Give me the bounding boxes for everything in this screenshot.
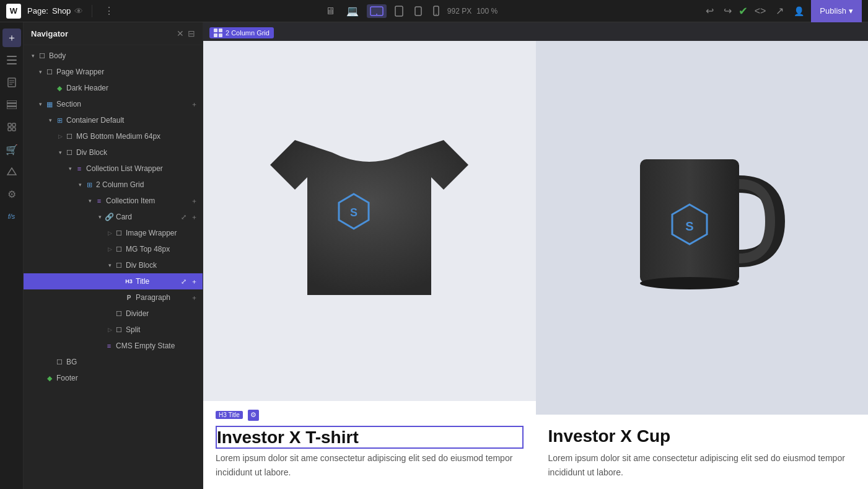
tree-item-div-block-2[interactable]: ▾ ☐ Div Block [24, 257, 203, 273]
tree-item-div-block[interactable]: ▾ ☐ Div Block [24, 144, 203, 161]
tree-item-mg-top[interactable]: ▷ ☐ MG Top 48px [24, 241, 203, 257]
code-btn[interactable]: <> [752, 4, 769, 18]
tree-item-page-wrapper[interactable]: ▾ ☐ Page Wrapper [24, 64, 203, 80]
mobile-btn[interactable] [430, 4, 442, 18]
eye-icon[interactable]: 👁 [74, 6, 83, 16]
desktop-lg-btn[interactable]: 🖥 [322, 4, 338, 19]
add-element-btn[interactable]: ＋ [2, 29, 21, 47]
publish-status-btn[interactable]: ✔ [739, 4, 748, 18]
navigator-btn[interactable] [2, 51, 21, 69]
tree-icon-paragraph: P [124, 294, 134, 301]
product-2-title: Investor X Cup [548, 426, 856, 447]
gear-badge[interactable]: ⚙ [248, 410, 259, 421]
tree-item-body[interactable]: ▾ ☐ Body [24, 48, 203, 64]
tree-item-bg[interactable]: ☐ BG [24, 354, 203, 370]
pages-btn[interactable] [2, 73, 21, 92]
canvas-dimensions: 992 PX 100 % [447, 7, 498, 15]
h3-badge: H3 Title [216, 411, 243, 419]
publish-btn[interactable]: Publish ▾ [811, 0, 862, 22]
paragraph-add-btn[interactable]: ＋ [190, 293, 199, 302]
tree-icon-div-block-2: ☐ [114, 262, 124, 270]
navigator-close-btn[interactable]: ✕ [177, 29, 184, 38]
tree-icon-mg-top: ☐ [114, 245, 124, 253]
tree-arrow-image-wrapper: ▷ [105, 230, 114, 236]
product-card-1-info: H3 Title ⚙ Investor X T-shirt Lorem ipsu… [203, 401, 536, 489]
tree-actions-h3-title: ⤢ ＋ [180, 277, 199, 286]
tree-icon-footer: ◆ [45, 374, 55, 382]
undo-btn[interactable]: ↩ [703, 4, 717, 18]
product-card-1-image: S [203, 41, 536, 401]
h3-title-add-btn[interactable]: ＋ [190, 277, 199, 286]
tree-arrow-container-default: ▾ [46, 117, 55, 123]
tree-icon-bg: ☐ [55, 358, 64, 366]
tree-item-paragraph[interactable]: P Paragraph ＋ [24, 289, 203, 306]
svg-rect-3 [415, 7, 421, 15]
tree-item-cms-empty-state[interactable]: ≡ CMS Empty State [24, 338, 203, 354]
tree-icon-mg-bottom: ☐ [64, 133, 74, 141]
tree-item-dark-header[interactable]: ◆ Dark Header [24, 80, 203, 96]
tablet-btn[interactable] [392, 4, 406, 19]
svg-rect-16 [8, 123, 11, 126]
tree-item-divider[interactable]: ☐ Divider [24, 306, 203, 322]
card-add-btn[interactable]: ＋ [190, 213, 199, 222]
components-btn[interactable] [2, 162, 21, 181]
tree-arrow-card: ▾ [95, 214, 104, 220]
svg-text:S: S [350, 206, 357, 219]
redo-btn[interactable]: ↪ [721, 4, 735, 18]
tree-item-image-wrapper[interactable]: ▷ ☐ Image Wrapper [24, 225, 203, 241]
tree-label-div-block: Div Block [76, 148, 199, 157]
svg-point-27 [640, 277, 739, 289]
tree-label-bg: BG [66, 358, 199, 366]
settings-btn[interactable]: ⚙ [2, 185, 21, 203]
mug-svg: S [603, 134, 801, 320]
tree-item-card[interactable]: ▾ 🔗 Card ⤢ ＋ [24, 209, 203, 225]
tree-icon-container-default: ⊞ [55, 117, 64, 125]
tree-arrow-body: ▾ [28, 53, 37, 59]
product-card-2-info: Investor X Cup Lorem ipsum dolor sit ame… [536, 415, 869, 489]
svg-rect-23 [219, 33, 222, 37]
tree-item-container-default[interactable]: ▾ ⊞ Container Default [24, 112, 203, 128]
account-btn[interactable]: 👤 [791, 5, 807, 17]
ecommerce-btn[interactable]: 🛒 [2, 140, 21, 159]
tree-item-split[interactable]: ▷ ☐ Split [24, 322, 203, 338]
tree-item-footer[interactable]: ◆ Footer [24, 370, 203, 386]
tree-icon-card: 🔗 [104, 213, 114, 221]
svg-rect-8 [7, 63, 17, 64]
svg-rect-18 [8, 128, 11, 131]
cms-btn[interactable] [2, 95, 21, 114]
section-add-btn[interactable]: ＋ [190, 100, 199, 109]
tree-icon-divider: ☐ [114, 310, 124, 318]
navigator-panel: Navigator ✕ ⊟ ▾ ☐ Body ▾ ☐ Page Wrapper [24, 22, 203, 489]
device-toolbar: 🖥 💻 992 PX 100 % [123, 3, 696, 19]
product-card-2-image: S [536, 41, 869, 415]
product-1-description: Lorem ipsum dolor sit ame consectetur ad… [216, 451, 524, 479]
product-1-title-row: H3 Title ⚙ [216, 410, 524, 421]
tablet-landscape-btn[interactable] [367, 4, 387, 18]
tree-item-collection-item[interactable]: ▾ ≡ Collection Item ＋ [24, 193, 203, 209]
tree-item-h3-title[interactable]: H3 Title ⤢ ＋ [24, 273, 203, 289]
card-move-btn[interactable]: ⤢ [180, 213, 188, 222]
tree-icon-body: ☐ [37, 52, 47, 60]
more-options-btn[interactable]: ⋮ [101, 4, 117, 18]
tree-item-section[interactable]: ▾ ▦ Section ＋ [24, 96, 203, 112]
tree-icon-split: ☐ [114, 326, 124, 334]
page-name[interactable]: Shop [52, 6, 71, 15]
export-btn[interactable]: ↗ [773, 4, 787, 18]
navigator-layout-btn[interactable]: ⊟ [188, 29, 195, 38]
svg-point-1 [376, 14, 377, 15]
tablet-sm-btn[interactable] [411, 4, 425, 18]
product-card-1[interactable]: S H3 Title ⚙ Investor X T-shirt Lorem ip… [203, 41, 536, 489]
publish-arrow: ▾ [849, 6, 853, 15]
desktop-btn[interactable]: 💻 [343, 3, 362, 19]
tree-arrow-mg-top: ▷ [105, 246, 114, 252]
apps-btn[interactable]: f/s [2, 207, 21, 226]
collection-item-add-btn[interactable]: ＋ [190, 196, 199, 206]
h3-title-move-btn[interactable]: ⤢ [180, 277, 188, 286]
tree-item-2-column-grid[interactable]: ▾ ⊞ 2 Column Grid [24, 177, 203, 193]
tree-item-mg-bottom[interactable]: ▷ ☐ MG Bottom Medium 64px [24, 128, 203, 144]
canvas: 2 Column Grid [203, 22, 868, 489]
tree-item-collection-list-wrapper[interactable]: ▾ ≡ Collection List Wrapper [24, 161, 203, 177]
tree-label-div-block-2: Div Block [126, 261, 199, 270]
assets-btn[interactable] [2, 118, 21, 136]
product-card-2[interactable]: S Investor X Cup Lorem ipsum dolor sit a… [536, 41, 869, 489]
